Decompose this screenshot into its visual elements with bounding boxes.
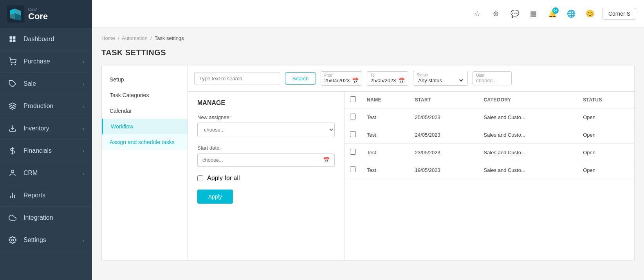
task-table: NAME START CATEGORY STATUS Test 25/05/20…: [345, 92, 634, 179]
user-value: choose...: [476, 78, 508, 83]
apply-button[interactable]: Apply: [197, 190, 233, 204]
to-calendar-icon[interactable]: 📅: [398, 78, 405, 84]
left-nav-item-setup[interactable]: Setup: [102, 72, 188, 87]
breadcrumb-home[interactable]: Home: [101, 35, 115, 41]
sidebar-item-production[interactable]: Production ›: [0, 95, 92, 117]
dollar-icon: [8, 146, 17, 155]
sidebar-label-integration: Integration: [23, 214, 53, 221]
chat-icon[interactable]: 💬: [509, 7, 521, 20]
svg-rect-1: [10, 36, 13, 39]
sidebar-item-dashboard[interactable]: Dashboard: [0, 28, 92, 51]
row-category-1: Sales and Custo...: [478, 126, 578, 144]
cart-icon: [8, 57, 17, 66]
layers-icon: [8, 101, 17, 111]
row-name-3: Test: [361, 161, 409, 179]
left-nav-item-workflow[interactable]: Workflow: [102, 119, 188, 134]
star-icon[interactable]: ☆: [471, 7, 483, 20]
left-nav-item-assign-schedule[interactable]: Assign and schedule tasks: [102, 134, 188, 150]
apply-for-all-checkbox[interactable]: [197, 175, 203, 181]
sidebar-label-inventory: Inventory: [23, 125, 49, 132]
split-view: MANAGE New assignee: choose... Start dat…: [188, 92, 634, 260]
start-date-input[interactable]: choose... 📅: [197, 153, 335, 167]
filter-bar: Search From 25/04/2023 📅 To 25/05/2023 📅: [188, 65, 634, 92]
page-title: TASK SETTINGS: [101, 48, 635, 57]
right-content: Search From 25/04/2023 📅 To 25/05/2023 📅: [188, 65, 634, 260]
sidebar-label-crm: CRM: [23, 170, 38, 177]
start-date-placeholder: choose...: [202, 157, 223, 163]
support-icon[interactable]: 😊: [584, 7, 596, 20]
table-header-category: CATEGORY: [478, 92, 578, 108]
card-area: Setup Task Categories Calendar Workflow …: [101, 65, 635, 261]
assignee-select[interactable]: choose...: [197, 123, 335, 137]
grid-icon: [8, 34, 17, 44]
sidebar-item-purchase[interactable]: Purchase ›: [0, 51, 92, 73]
search-input[interactable]: [194, 72, 280, 85]
sidebar-item-settings[interactable]: Settings ›: [0, 229, 92, 251]
user-field: User choose...: [473, 71, 512, 85]
svg-point-6: [15, 64, 16, 65]
row-checkbox-2[interactable]: [350, 149, 356, 155]
select-all-checkbox[interactable]: [350, 96, 356, 102]
logo-bottom: Core: [28, 12, 48, 21]
from-calendar-icon[interactable]: 📅: [352, 78, 359, 84]
gear-icon: [8, 235, 17, 245]
row-checkbox-cell: [345, 144, 361, 161]
row-start-3: 19/05/2023: [409, 161, 478, 179]
sidebar-item-integration[interactable]: Integration: [0, 207, 92, 229]
svg-rect-2: [13, 36, 16, 39]
table-row: Test 23/05/2023 Sales and Custo... Open: [345, 144, 634, 161]
svg-point-5: [11, 64, 12, 65]
row-category-3: Sales and Custo...: [478, 161, 578, 179]
corner-button[interactable]: Corner S: [603, 8, 636, 20]
main-area: ☆ ⊕ 💬 ▦ 🔔 9+ 🌐 😊 Corner S Home / Automat…: [92, 0, 644, 280]
manage-panel: MANAGE New assignee: choose... Start dat…: [188, 92, 345, 260]
plus-icon[interactable]: ⊕: [490, 7, 502, 20]
calendar-icon[interactable]: ▦: [527, 7, 540, 20]
svg-rect-3: [10, 40, 13, 42]
sidebar-label-reports: Reports: [23, 192, 45, 199]
apply-for-all-label: Apply for all: [207, 175, 240, 182]
row-name-2: Test: [361, 144, 409, 161]
svg-point-15: [12, 239, 14, 241]
sidebar-label-settings: Settings: [23, 237, 46, 244]
globe-icon[interactable]: 🌐: [565, 7, 577, 20]
left-nav-item-task-categories[interactable]: Task Categories: [102, 87, 188, 103]
breadcrumb: Home / Automation / Task settings: [101, 35, 635, 41]
table-row: Test 19/05/2023 Sales and Custo... Open: [345, 161, 634, 179]
sidebar-item-reports[interactable]: Reports: [0, 184, 92, 207]
table-header-start: START: [409, 92, 478, 108]
sidebar-label-financials: Financials: [23, 147, 52, 154]
tag-icon: [8, 79, 17, 89]
status-select[interactable]: Any status Open Closed In Progress: [417, 77, 464, 84]
row-checkbox-0[interactable]: [350, 114, 356, 119]
table-header-name: NAME: [361, 92, 409, 108]
bar-chart-icon: [8, 191, 17, 200]
row-status-0: Open: [577, 108, 634, 126]
status-field: Status Any status Open Closed In Progres…: [413, 71, 468, 86]
chevron-right-icon: ›: [83, 59, 84, 65]
sidebar-label-production: Production: [23, 103, 54, 110]
table-row: Test 24/05/2023 Sales and Custo... Open: [345, 126, 634, 144]
breadcrumb-automation[interactable]: Automation: [122, 35, 148, 41]
sidebar-item-financials[interactable]: Financials ›: [0, 140, 92, 162]
sidebar-item-crm[interactable]: CRM ›: [0, 162, 92, 184]
table-row: Test 25/05/2023 Sales and Custo... Open: [345, 108, 634, 126]
sidebar-item-inventory[interactable]: Inventory ›: [0, 117, 92, 140]
row-checkbox-3[interactable]: [350, 166, 356, 172]
row-checkbox-cell: [345, 108, 361, 126]
row-checkbox-1[interactable]: [350, 131, 356, 137]
content-area: Home / Automation / Task settings TASK S…: [92, 27, 644, 280]
search-button[interactable]: Search: [285, 72, 316, 85]
row-category-0: Sales and Custo...: [478, 108, 578, 126]
row-start-2: 23/05/2023: [409, 144, 478, 161]
to-label: To: [370, 73, 405, 78]
notification-icon[interactable]: 🔔 9+: [546, 7, 559, 20]
sidebar-item-sale[interactable]: Sale ›: [0, 73, 92, 95]
notification-badge: 9+: [552, 7, 559, 14]
left-nav-item-calendar[interactable]: Calendar: [102, 103, 188, 119]
start-date-row: Start date: choose... 📅: [197, 145, 335, 167]
row-status-2: Open: [577, 144, 634, 161]
breadcrumb-current: Task settings: [155, 35, 184, 41]
start-date-calendar-icon[interactable]: 📅: [323, 157, 330, 163]
to-date-value: 25/05/2023: [370, 78, 396, 83]
